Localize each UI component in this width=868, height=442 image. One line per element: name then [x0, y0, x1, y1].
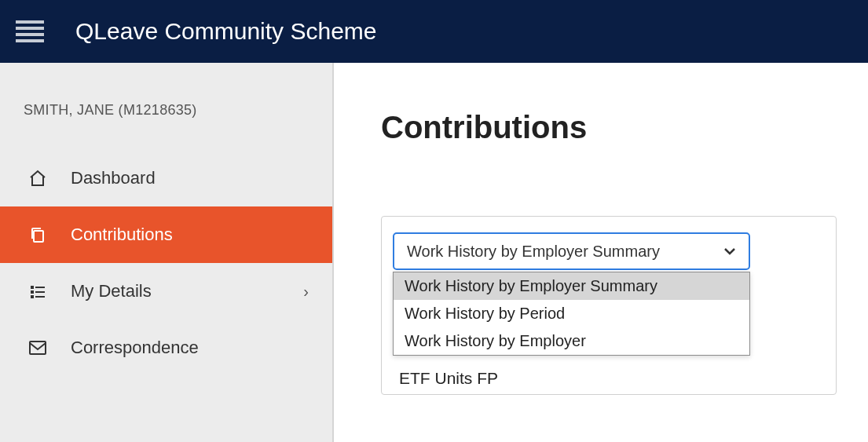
dropdown-selected[interactable]: Work History by Employer Summary: [393, 232, 750, 270]
svg-rect-5: [31, 295, 34, 298]
dropdown-list: Work History by Employer Summary Work Hi…: [393, 272, 750, 356]
hamburger-menu-icon[interactable]: [16, 20, 44, 42]
sidebar-item-contributions[interactable]: Contributions: [0, 206, 332, 263]
page-title: Contributions: [381, 110, 837, 145]
svg-rect-4: [35, 291, 45, 293]
app-title: QLeave Community Scheme: [75, 18, 377, 45]
svg-rect-7: [30, 342, 46, 354]
svg-rect-3: [31, 290, 34, 294]
user-label: SMITH, JANE (M1218635): [0, 102, 332, 150]
sidebar-item-my-details[interactable]: My Details ›: [0, 263, 332, 320]
dropdown-selected-label: Work History by Employer Summary: [407, 243, 660, 261]
sidebar-item-correspondence[interactable]: Correspondence: [0, 320, 332, 376]
svg-rect-0: [34, 231, 43, 242]
dropdown-option[interactable]: Work History by Period: [394, 300, 749, 327]
svg-rect-6: [35, 296, 45, 298]
svg-rect-2: [35, 287, 45, 288]
list-icon: [24, 282, 52, 301]
filter-panel: Work History by Employer Summary Work Hi…: [381, 216, 837, 395]
copy-icon: [24, 225, 52, 244]
etf-units-label: ETF Units FP: [393, 364, 825, 388]
sidebar-item-label: Contributions: [71, 225, 173, 245]
sidebar-item-label: Dashboard: [71, 168, 156, 188]
work-history-dropdown[interactable]: Work History by Employer Summary Work Hi…: [393, 232, 750, 270]
app-header: QLeave Community Scheme: [0, 0, 868, 63]
dropdown-option[interactable]: Work History by Employer Summary: [394, 272, 749, 300]
chevron-down-icon: [723, 245, 736, 258]
content-area: SMITH, JANE (M1218635) Dashboard Contrib…: [0, 63, 868, 442]
sidebar: SMITH, JANE (M1218635) Dashboard Contrib…: [0, 63, 334, 442]
main-panel: Contributions Work History by Employer S…: [334, 63, 868, 442]
envelope-icon: [24, 340, 52, 356]
svg-rect-1: [31, 286, 34, 289]
home-icon: [24, 169, 52, 188]
sidebar-item-label: My Details: [71, 281, 152, 301]
chevron-right-icon: ›: [303, 283, 309, 301]
dropdown-option[interactable]: Work History by Employer: [394, 327, 749, 355]
sidebar-item-label: Correspondence: [71, 338, 199, 358]
sidebar-item-dashboard[interactable]: Dashboard: [0, 150, 332, 206]
